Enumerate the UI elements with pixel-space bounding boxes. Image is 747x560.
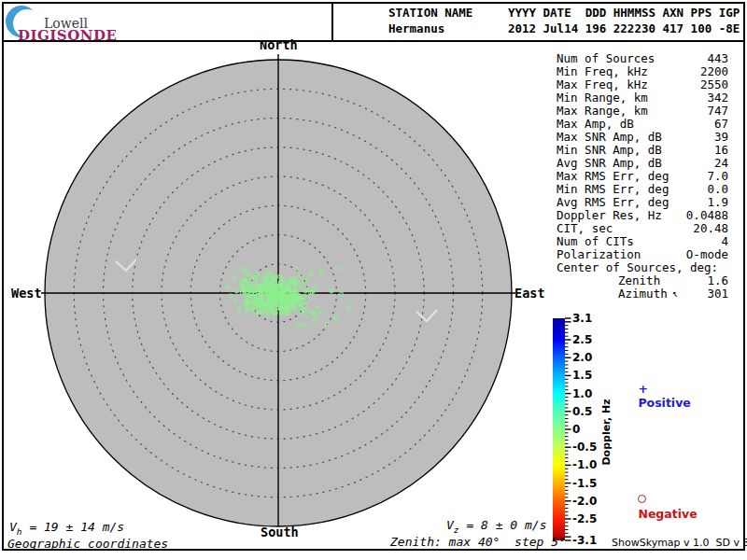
- stats-row: Center of Sources, deg:: [557, 261, 728, 274]
- stats-value: 0.0: [707, 183, 728, 196]
- stats-value: 1.9: [707, 196, 728, 209]
- stats-label: Min SNR Amp, dB: [557, 144, 662, 157]
- stats-value: 16: [714, 144, 728, 157]
- stats-row: PolarizationO-mode: [557, 248, 728, 261]
- stats-value: 0.0488: [686, 209, 728, 222]
- stats-label: Avg RMS Err, deg: [557, 196, 669, 209]
- stats-label: Min RMS Err, deg: [557, 183, 669, 196]
- stats-label: Max Freq, kHz: [557, 78, 648, 91]
- stats-row: Min Freq, kHz2200: [557, 65, 728, 78]
- stats-value: 7.0: [707, 170, 728, 183]
- header-divider: [2, 40, 745, 42]
- legend-positive-label: Positive: [638, 396, 690, 410]
- colorbar-tick-label: 3.1: [572, 312, 606, 325]
- stats-row: Avg SNR Amp, dB24: [557, 157, 728, 170]
- stats-label: Min Freq, kHz: [557, 65, 648, 78]
- stats-row: Max Freq, kHz2550: [557, 78, 728, 91]
- stats-value: 24: [714, 157, 728, 170]
- stats-value: 443: [707, 52, 728, 65]
- station-table-header: STATION NAME YYYY DATE DDD HHMMSS AXN PP…: [388, 6, 740, 20]
- stats-label: Center of Sources, deg:: [557, 261, 718, 274]
- stats-value: 39: [714, 131, 728, 144]
- legend-positive: + Positive: [622, 368, 691, 424]
- colorbar-tick-label: 1.0: [572, 387, 606, 400]
- stats-label: Polarization: [557, 248, 641, 261]
- colorbar-tick-label: 0.5: [572, 405, 606, 418]
- skymap-plot: [41, 54, 515, 526]
- stats-row: Min Range, km342: [557, 91, 728, 105]
- logo-divider: [331, 2, 333, 42]
- stats-label: Avg SNR Amp, dB: [557, 157, 662, 170]
- stats-label: Max SNR Amp, dB: [557, 131, 662, 144]
- compass-east: East: [514, 286, 545, 301]
- stats-label: Azimuth: [618, 287, 668, 301]
- stats-row: Avg RMS Err, deg1.9: [557, 196, 728, 209]
- stats-label: Zenith: [618, 274, 660, 287]
- colorbar-gradient: [553, 318, 565, 540]
- negative-marker-icon: [638, 495, 646, 503]
- stats-label: Max Range, km: [557, 105, 648, 118]
- showskymap-window: Lowell DIGISONDE STATION NAME YYYY DATE …: [0, 0, 747, 560]
- stats-panel: Num of Sources443Min Freq, kHz2200Max Fr…: [557, 52, 728, 301]
- colorbar-tick-label: -1.5: [572, 477, 606, 490]
- colorbar-tick-label: -2.0: [572, 495, 606, 508]
- colorbar-tick-label: 2.0: [572, 351, 606, 364]
- stats-row: Num of CITs4: [557, 235, 728, 248]
- stats-row: CIT, sec20.48: [557, 222, 728, 235]
- colorbar-tick-label: -1.0: [572, 458, 606, 471]
- stats-row: Min RMS Err, deg0.0: [557, 183, 728, 196]
- stats-row: Max Amp, dB67: [557, 118, 728, 131]
- colorbar-tick-label: 0: [572, 423, 606, 436]
- stats-label: Num of Sources: [557, 52, 655, 65]
- stats-label: CIT, sec: [557, 222, 613, 235]
- stats-row: Max Range, km747: [557, 105, 728, 118]
- azimuth-direction-icon: ↖: [670, 287, 680, 301]
- coordinates-note: Geographic coordinates: [7, 537, 168, 551]
- stats-label: Num of CITs: [557, 235, 634, 248]
- station-table-values: Hermanus 2012 Jul14 196 222230 417 100 -…: [388, 21, 740, 35]
- stats-row: Min SNR Amp, dB16: [557, 144, 728, 157]
- colorbar-ticks: [565, 318, 571, 540]
- version-label: ShowSkymap v 1.0 SD v 5.1: [612, 537, 747, 549]
- stats-row: Zenith1.6: [557, 274, 728, 287]
- vh-velocity: Vh = 19 ± 14 m/s: [9, 520, 124, 537]
- compass-west: West: [11, 286, 42, 301]
- stats-value: O-mode: [686, 248, 728, 261]
- stats-row: Azimuth↖301: [557, 287, 728, 301]
- colorbar-tick-label: 2.5: [572, 333, 606, 346]
- stats-row: Num of Sources443: [557, 52, 728, 65]
- legend-negative: Negative: [622, 479, 698, 535]
- colorbar-tick-label: -2.5: [572, 512, 606, 525]
- stats-label: Max Amp, dB: [557, 118, 634, 131]
- stats-value: 2550: [700, 78, 728, 91]
- plus-marker-icon: +: [638, 382, 647, 396]
- stats-value: 747: [707, 105, 728, 118]
- legend-negative-label: Negative: [638, 507, 697, 521]
- stats-value: 1.6: [707, 274, 728, 287]
- stats-value: 2200: [700, 65, 728, 78]
- stats-row: Doppler Res, Hz0.0488: [557, 209, 728, 222]
- vz-velocity: Vz = 8 ± 0 m/s: [446, 518, 546, 535]
- stats-value: 4: [721, 235, 728, 248]
- station-table: STATION NAME YYYY DATE DDD HHMMSS AXN PP…: [388, 5, 740, 36]
- colorbar-tick-label: -3.1: [572, 534, 606, 547]
- compass-south: South: [261, 525, 299, 539]
- stats-value: 67: [714, 118, 728, 131]
- zenith-note: Zenith: max 40° step 5°: [390, 535, 566, 549]
- colorbar-tick-label: -0.5: [572, 441, 606, 454]
- colorbar-tick-label: 1.5: [572, 369, 606, 382]
- stats-row: Max SNR Amp, dB39: [557, 131, 728, 144]
- stats-value: 301: [707, 287, 728, 301]
- stats-label: Doppler Res, Hz: [557, 209, 662, 222]
- stats-label: Max RMS Err, deg: [557, 170, 669, 183]
- stats-row: Max RMS Err, deg7.0: [557, 170, 728, 183]
- stats-value: 20.48: [693, 222, 728, 235]
- stats-value: 342: [707, 91, 728, 105]
- stats-label: Min Range, km: [557, 91, 648, 105]
